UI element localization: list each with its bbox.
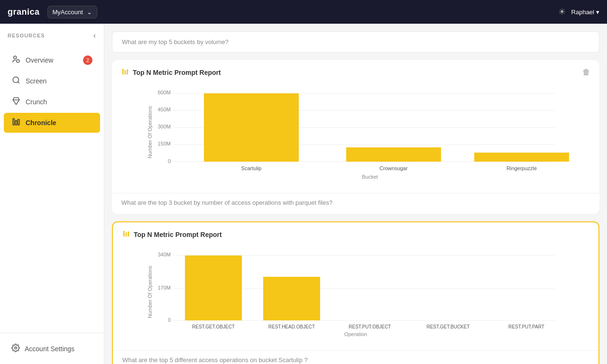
svg-text:Operation: Operation <box>344 331 367 337</box>
crunch-icon <box>11 97 21 107</box>
chart1-title-icon <box>121 68 129 77</box>
svg-text:Scartulip: Scartulip <box>241 165 262 171</box>
svg-point-8 <box>15 347 17 349</box>
svg-rect-25 <box>346 147 441 162</box>
main-content: What are my top 5 buckets by volume? Top… <box>104 24 607 364</box>
chart1-card: Top N Metric Prompt Report 🗑 Number Of O… <box>112 60 599 214</box>
sidebar-collapse-button[interactable]: ‹ <box>93 31 96 40</box>
svg-line-3 <box>18 82 19 83</box>
settings-icon <box>11 344 20 354</box>
scroll-question-text: What are my top 5 buckets by volume? <box>122 38 229 46</box>
svg-text:REST.PUT.PART: REST.PUT.PART <box>508 324 544 329</box>
sidebar-item-label-chronicle: Chronicle <box>26 119 56 127</box>
account-selector[interactable]: MyAccount ⌄ <box>47 6 97 18</box>
svg-point-0 <box>14 56 17 59</box>
sidebar-footer: Account Settings <box>0 333 104 364</box>
svg-text:340M: 340M <box>157 252 171 257</box>
theme-icon[interactable]: ☀ <box>558 7 566 17</box>
svg-rect-23 <box>204 93 299 162</box>
svg-text:0: 0 <box>168 158 171 164</box>
topbar-left: granica MyAccount ⌄ <box>8 6 97 18</box>
svg-rect-10 <box>125 70 126 74</box>
sidebar-section-label: RESOURCES <box>8 33 45 38</box>
svg-text:150M: 150M <box>157 141 171 146</box>
logo: granica <box>8 7 40 17</box>
chart1-question-text: What are the top 3 bucket by number of a… <box>112 193 599 214</box>
svg-text:0: 0 <box>168 317 171 323</box>
svg-rect-5 <box>13 118 14 125</box>
chart1-svg: Number Of Operations 600M 450M 300M 150M… <box>121 85 590 180</box>
sidebar: RESOURCES ‹ Overview 2 Screen <box>0 24 104 364</box>
chart1-title-text: Top N Metric Prompt Report <box>133 69 221 76</box>
svg-rect-27 <box>474 153 569 162</box>
svg-point-1 <box>17 60 19 63</box>
chevron-down-icon: ⌄ <box>87 9 92 16</box>
svg-text:Bucket: Bucket <box>362 174 378 180</box>
user-menu[interactable]: Raphael ▾ <box>571 9 599 16</box>
sidebar-item-chronicle[interactable]: Chronicle <box>4 113 100 133</box>
svg-rect-7 <box>18 119 19 125</box>
scroll-question-bar: What are my top 5 buckets by volume? <box>112 31 599 53</box>
svg-rect-42 <box>263 277 320 320</box>
account-settings-label: Account Settings <box>25 345 74 353</box>
svg-text:Number Of Operations: Number Of Operations <box>147 106 153 158</box>
svg-text:Ringerpuzzle: Ringerpuzzle <box>506 165 537 171</box>
sidebar-item-label-crunch: Crunch <box>26 98 47 106</box>
svg-text:Number Of Operations: Number Of Operations <box>147 265 153 318</box>
chronicle-icon <box>11 118 21 128</box>
svg-text:REST.GET.OBJECT: REST.GET.OBJECT <box>192 324 235 329</box>
sidebar-item-label-screen: Screen <box>26 77 46 85</box>
svg-rect-40 <box>185 255 242 320</box>
chart1-container: Number Of Operations 600M 450M 300M 150M… <box>112 85 599 189</box>
sidebar-item-crunch[interactable]: Crunch <box>4 92 100 112</box>
svg-text:450M: 450M <box>157 107 171 112</box>
overview-icon <box>11 55 21 65</box>
svg-text:600M: 600M <box>157 90 171 95</box>
svg-text:300M: 300M <box>157 124 171 129</box>
chart2-container: Number Of Operations 340M 170M 0 REST.GE… <box>113 247 598 346</box>
overview-badge: 2 <box>83 55 92 65</box>
chart2-svg: Number Of Operations 340M 170M 0 REST.GE… <box>122 247 589 337</box>
chart2-title-text: Top N Metric Prompt Report <box>134 231 222 238</box>
svg-rect-11 <box>127 69 128 74</box>
chart2-title-bar: Top N Metric Prompt Report <box>113 222 598 239</box>
svg-text:REST.GET.BUCKET: REST.GET.BUCKET <box>426 324 469 329</box>
svg-rect-30 <box>123 231 125 237</box>
svg-rect-31 <box>126 232 127 237</box>
user-name: Raphael <box>571 9 594 16</box>
svg-text:REST.PUT.OBJECT: REST.PUT.OBJECT <box>349 324 391 329</box>
chart2-question-text: What are the top 5 different access oper… <box>113 350 598 364</box>
account-settings-item[interactable]: Account Settings <box>4 339 100 358</box>
chart1-delete-button[interactable]: 🗑 <box>582 68 590 77</box>
svg-rect-6 <box>16 120 17 125</box>
chart2-card: Top N Metric Prompt Report Number Of Ope… <box>112 221 599 364</box>
topbar-right: ☀ Raphael ▾ <box>558 7 599 17</box>
chart2-title-icon <box>122 230 130 239</box>
chevron-down-icon: ▾ <box>596 9 599 16</box>
svg-text:Crownsugar: Crownsugar <box>379 165 408 171</box>
svg-text:170M: 170M <box>157 285 171 291</box>
sidebar-header: RESOURCES ‹ <box>0 24 104 47</box>
sidebar-item-overview[interactable]: Overview 2 <box>4 50 100 70</box>
sidebar-item-screen[interactable]: Screen <box>4 71 100 91</box>
chart1-title-bar: Top N Metric Prompt Report 🗑 <box>112 60 599 77</box>
screen-icon <box>11 76 21 86</box>
svg-text:REST.HEAD.OBJECT: REST.HEAD.OBJECT <box>268 324 315 329</box>
topbar: granica MyAccount ⌄ ☀ Raphael ▾ <box>0 0 607 24</box>
svg-point-2 <box>13 77 18 82</box>
account-name: MyAccount <box>53 9 83 16</box>
svg-rect-9 <box>122 69 124 74</box>
sidebar-item-label-overview: Overview <box>26 56 53 64</box>
sidebar-nav: Overview 2 Screen Crunch <box>0 47 104 333</box>
svg-rect-32 <box>128 231 129 237</box>
